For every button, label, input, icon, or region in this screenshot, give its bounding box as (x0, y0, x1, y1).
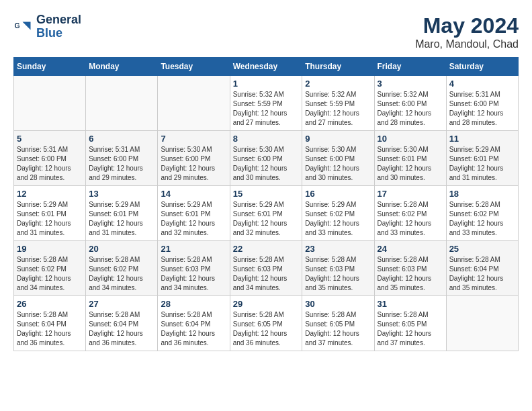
day-number: 23 (305, 244, 371, 254)
day-number: 27 (89, 299, 154, 309)
calendar-table: SundayMondayTuesdayWednesdayThursdayFrid… (13, 57, 519, 351)
day-info: Sunrise: 5:28 AM Sunset: 6:03 PM Dayligh… (305, 255, 371, 293)
day-info: Sunrise: 5:29 AM Sunset: 6:01 PM Dayligh… (449, 145, 515, 183)
calendar-cell: 13Sunrise: 5:29 AM Sunset: 6:01 PM Dayli… (86, 186, 158, 241)
day-number: 12 (17, 189, 83, 199)
day-number: 11 (449, 134, 515, 144)
calendar-week-row: 1Sunrise: 5:32 AM Sunset: 5:59 PM Daylig… (14, 76, 519, 131)
calendar-cell (446, 296, 518, 351)
calendar-cell: 22Sunrise: 5:28 AM Sunset: 6:03 PM Dayli… (230, 241, 302, 296)
day-number: 8 (233, 134, 300, 144)
calendar-cell: 15Sunrise: 5:29 AM Sunset: 6:01 PM Dayli… (230, 186, 302, 241)
day-number: 4 (449, 79, 515, 89)
calendar-cell: 4Sunrise: 5:31 AM Sunset: 6:00 PM Daylig… (446, 76, 518, 131)
day-info: Sunrise: 5:28 AM Sunset: 6:05 PM Dayligh… (305, 310, 371, 348)
day-number: 16 (305, 189, 371, 199)
day-number: 20 (89, 244, 154, 254)
day-number: 9 (305, 134, 371, 144)
day-number: 6 (89, 134, 154, 144)
calendar-day-header: Monday (86, 58, 158, 76)
logo-text: General Blue (36, 13, 81, 40)
day-number: 7 (161, 134, 226, 144)
month-title: May 2024 (415, 13, 519, 38)
day-info: Sunrise: 5:28 AM Sunset: 6:04 PM Dayligh… (89, 310, 154, 348)
calendar-cell: 26Sunrise: 5:28 AM Sunset: 6:04 PM Dayli… (14, 296, 86, 351)
calendar-day-header: Tuesday (158, 58, 230, 76)
day-info: Sunrise: 5:29 AM Sunset: 6:01 PM Dayligh… (17, 200, 83, 238)
page-header: G General Blue May 2024 Maro, Mandoul, C… (13, 13, 519, 50)
calendar-cell: 17Sunrise: 5:28 AM Sunset: 6:02 PM Dayli… (374, 186, 446, 241)
calendar-cell: 1Sunrise: 5:32 AM Sunset: 5:59 PM Daylig… (230, 76, 302, 131)
calendar-body: 1Sunrise: 5:32 AM Sunset: 5:59 PM Daylig… (14, 76, 519, 351)
day-info: Sunrise: 5:31 AM Sunset: 6:00 PM Dayligh… (17, 145, 83, 183)
calendar-header-row: SundayMondayTuesdayWednesdayThursdayFrid… (14, 58, 519, 76)
day-info: Sunrise: 5:31 AM Sunset: 6:00 PM Dayligh… (89, 145, 154, 183)
calendar-cell: 16Sunrise: 5:29 AM Sunset: 6:02 PM Dayli… (302, 186, 374, 241)
calendar-cell: 20Sunrise: 5:28 AM Sunset: 6:02 PM Dayli… (86, 241, 158, 296)
day-info: Sunrise: 5:29 AM Sunset: 6:01 PM Dayligh… (233, 200, 300, 238)
calendar-cell (14, 76, 86, 131)
day-info: Sunrise: 5:32 AM Sunset: 5:59 PM Dayligh… (233, 90, 300, 128)
day-number: 15 (233, 189, 300, 199)
calendar-cell: 31Sunrise: 5:28 AM Sunset: 6:05 PM Dayli… (374, 296, 446, 351)
day-number: 31 (378, 299, 443, 309)
day-number: 2 (305, 79, 371, 89)
day-info: Sunrise: 5:30 AM Sunset: 6:00 PM Dayligh… (305, 145, 371, 183)
day-number: 24 (378, 244, 443, 254)
calendar-cell: 27Sunrise: 5:28 AM Sunset: 6:04 PM Dayli… (86, 296, 158, 351)
day-number: 19 (17, 244, 83, 254)
location-title: Maro, Mandoul, Chad (415, 38, 519, 50)
day-info: Sunrise: 5:29 AM Sunset: 6:01 PM Dayligh… (161, 200, 226, 238)
calendar-cell (158, 76, 230, 131)
day-number: 10 (378, 134, 443, 144)
day-info: Sunrise: 5:28 AM Sunset: 6:05 PM Dayligh… (233, 310, 300, 348)
calendar-cell: 29Sunrise: 5:28 AM Sunset: 6:05 PM Dayli… (230, 296, 302, 351)
day-number: 18 (449, 189, 515, 199)
day-info: Sunrise: 5:28 AM Sunset: 6:04 PM Dayligh… (449, 255, 515, 293)
calendar-cell: 30Sunrise: 5:28 AM Sunset: 6:05 PM Dayli… (302, 296, 374, 351)
day-info: Sunrise: 5:28 AM Sunset: 6:02 PM Dayligh… (449, 200, 515, 238)
svg-text:G: G (15, 21, 20, 29)
calendar-week-row: 12Sunrise: 5:29 AM Sunset: 6:01 PM Dayli… (14, 186, 519, 241)
calendar-cell: 28Sunrise: 5:28 AM Sunset: 6:04 PM Dayli… (158, 296, 230, 351)
day-number: 17 (378, 189, 443, 199)
calendar-cell: 9Sunrise: 5:30 AM Sunset: 6:00 PM Daylig… (302, 131, 374, 186)
calendar-cell: 12Sunrise: 5:29 AM Sunset: 6:01 PM Dayli… (14, 186, 86, 241)
day-info: Sunrise: 5:30 AM Sunset: 6:01 PM Dayligh… (378, 145, 443, 183)
day-info: Sunrise: 5:28 AM Sunset: 6:03 PM Dayligh… (378, 255, 443, 293)
calendar-cell: 7Sunrise: 5:30 AM Sunset: 6:00 PM Daylig… (158, 131, 230, 186)
day-info: Sunrise: 5:31 AM Sunset: 6:00 PM Dayligh… (449, 90, 515, 128)
calendar-cell: 23Sunrise: 5:28 AM Sunset: 6:03 PM Dayli… (302, 241, 374, 296)
calendar-cell: 10Sunrise: 5:30 AM Sunset: 6:01 PM Dayli… (374, 131, 446, 186)
calendar-cell: 24Sunrise: 5:28 AM Sunset: 6:03 PM Dayli… (374, 241, 446, 296)
day-info: Sunrise: 5:28 AM Sunset: 6:04 PM Dayligh… (17, 310, 83, 348)
calendar-week-row: 19Sunrise: 5:28 AM Sunset: 6:02 PM Dayli… (14, 241, 519, 296)
day-number: 1 (233, 79, 300, 89)
calendar-cell: 5Sunrise: 5:31 AM Sunset: 6:00 PM Daylig… (14, 131, 86, 186)
day-info: Sunrise: 5:28 AM Sunset: 6:04 PM Dayligh… (161, 310, 226, 348)
logo: G General Blue (13, 13, 81, 40)
calendar-week-row: 26Sunrise: 5:28 AM Sunset: 6:04 PM Dayli… (14, 296, 519, 351)
day-number: 25 (449, 244, 515, 254)
calendar-cell: 18Sunrise: 5:28 AM Sunset: 6:02 PM Dayli… (446, 186, 518, 241)
day-info: Sunrise: 5:29 AM Sunset: 6:02 PM Dayligh… (305, 200, 371, 238)
day-number: 28 (161, 299, 226, 309)
calendar-day-header: Friday (374, 58, 446, 76)
calendar-cell: 8Sunrise: 5:30 AM Sunset: 6:00 PM Daylig… (230, 131, 302, 186)
calendar-cell: 11Sunrise: 5:29 AM Sunset: 6:01 PM Dayli… (446, 131, 518, 186)
day-info: Sunrise: 5:28 AM Sunset: 6:03 PM Dayligh… (233, 255, 300, 293)
day-info: Sunrise: 5:32 AM Sunset: 5:59 PM Dayligh… (305, 90, 371, 128)
day-number: 13 (89, 189, 154, 199)
day-number: 14 (161, 189, 226, 199)
logo-icon: G (13, 17, 34, 37)
calendar-cell: 6Sunrise: 5:31 AM Sunset: 6:00 PM Daylig… (86, 131, 158, 186)
calendar-day-header: Saturday (446, 58, 518, 76)
day-number: 29 (233, 299, 300, 309)
day-info: Sunrise: 5:30 AM Sunset: 6:00 PM Dayligh… (161, 145, 226, 183)
day-info: Sunrise: 5:28 AM Sunset: 6:05 PM Dayligh… (378, 310, 443, 348)
day-info: Sunrise: 5:30 AM Sunset: 6:00 PM Dayligh… (233, 145, 300, 183)
calendar-week-row: 5Sunrise: 5:31 AM Sunset: 6:00 PM Daylig… (14, 131, 519, 186)
day-number: 26 (17, 299, 83, 309)
calendar-cell: 14Sunrise: 5:29 AM Sunset: 6:01 PM Dayli… (158, 186, 230, 241)
day-number: 30 (305, 299, 371, 309)
